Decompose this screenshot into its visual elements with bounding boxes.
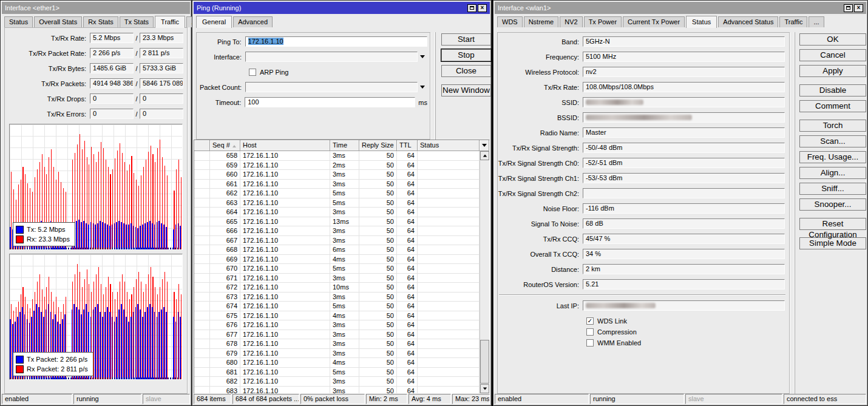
wds-link-checkbox[interactable]: ✓ (586, 317, 594, 325)
table-row[interactable]: 674172.16.1.105ms5064 (194, 302, 480, 311)
table-row[interactable]: 673172.16.1.103ms5064 (194, 293, 480, 302)
tab-advanced-status[interactable]: Advanced Status (718, 16, 778, 27)
scroll-up-icon[interactable] (480, 151, 489, 160)
tab-advanced[interactable]: Advanced (233, 16, 273, 27)
tab-tx-stats[interactable]: Tx Stats (120, 16, 154, 27)
legend-item: Tx: 5.2 Mbps (16, 225, 70, 234)
table-row[interactable]: 675172.16.1.104ms5064 (194, 311, 480, 321)
tab-overall-stats[interactable]: Overall Stats (34, 16, 82, 27)
ether1-titlebar[interactable]: Interface <ether1> (2, 2, 190, 14)
table-row[interactable]: 672172.16.1.1010ms5064 (194, 283, 480, 293)
column-header-time[interactable]: Time (330, 140, 359, 151)
rx-value-field: 0 (140, 93, 183, 104)
cancel-button[interactable]: Cancel (799, 49, 866, 61)
table-row[interactable]: 664172.16.1.103ms5064 (194, 208, 480, 217)
scroll-down-icon[interactable] (480, 384, 489, 393)
table-row[interactable]: 682172.16.1.103ms5064 (194, 377, 480, 387)
tab-current-tx-power[interactable]: Current Tx Power (623, 16, 685, 27)
table-row[interactable]: 679172.16.1.103ms5064 (194, 349, 480, 359)
apply-button[interactable]: Apply (799, 65, 866, 77)
legend-swatch (16, 226, 24, 234)
table-row[interactable]: 660172.16.1.103ms5064 (194, 170, 480, 180)
table-row[interactable]: 669172.16.1.104ms5064 (194, 255, 480, 265)
arp-ping-checkbox[interactable] (249, 69, 256, 76)
table-row[interactable]: 681172.16.1.105ms5064 (194, 368, 480, 377)
table-row[interactable]: 677172.16.1.103ms5064 (194, 330, 480, 340)
scrollbar-thumb[interactable] (480, 340, 489, 384)
tab-nstreme[interactable]: Nstreme (524, 16, 559, 27)
table-row[interactable]: 663172.16.1.105ms5064 (194, 198, 480, 208)
cell-status (418, 377, 480, 387)
table-row[interactable]: 658172.16.1.103ms5064 (194, 151, 480, 161)
table-row[interactable]: 670172.16.1.105ms5064 (194, 264, 480, 274)
cell-status (418, 161, 480, 171)
tab-tx-power[interactable]: Tx Power (584, 16, 622, 27)
torch-button[interactable]: Torch (799, 120, 866, 132)
interface-dropdown-arrow-icon[interactable] (420, 54, 425, 59)
column-header-ttl[interactable]: TTL (397, 140, 418, 151)
table-row[interactable]: 659172.16.1.102ms5064 (194, 161, 480, 171)
scan-button[interactable]: Scan... (799, 135, 866, 147)
table-row[interactable]: 683172.16.1.103ms5064 (194, 387, 480, 394)
table-row[interactable]: 678172.16.1.103ms5064 (194, 339, 480, 349)
table-row[interactable]: 668172.16.1.106ms5064 (194, 245, 480, 255)
table-row[interactable]: 665172.16.1.1013ms5064 (194, 217, 480, 227)
packet-count-dropdown[interactable] (245, 82, 418, 92)
table-row[interactable]: 661172.16.1.103ms5064 (194, 180, 480, 189)
tab-more[interactable]: ... (809, 16, 824, 27)
tab-general[interactable]: General (196, 16, 232, 28)
wmm-enabled-checkbox[interactable] (586, 339, 594, 347)
tab-rx-stats[interactable]: Rx Stats (83, 16, 118, 27)
ok-button[interactable]: OK (799, 33, 866, 46)
table-row[interactable]: 671172.16.1.103ms5064 (194, 274, 480, 283)
table-row[interactable]: 676172.16.1.103ms5064 (194, 320, 480, 330)
tab-status[interactable]: Status (4, 16, 33, 27)
ping-table-scrollbar[interactable] (480, 151, 489, 393)
field-row-radio-name: Radio Name:Master (498, 127, 787, 138)
freq-usage-button[interactable]: Freq. Usage... (799, 151, 866, 163)
field-value-bssid (583, 112, 785, 123)
tab-nv2[interactable]: NV2 (560, 16, 582, 27)
column-header-status[interactable]: Status (418, 140, 480, 151)
new-window-button[interactable]: New Window (441, 84, 491, 96)
maximize-icon[interactable] (467, 4, 476, 12)
tab-wds[interactable]: WDS (497, 16, 523, 27)
wlan1-titlebar[interactable]: Interface <wlan1> × (495, 2, 866, 14)
align-button[interactable]: Align... (799, 167, 866, 179)
comment-button[interactable]: Comment (799, 100, 866, 112)
cell-status (418, 226, 480, 236)
start-button[interactable]: Start (441, 33, 491, 46)
compression-checkbox[interactable] (586, 328, 594, 336)
ping-titlebar[interactable]: Ping (Running) × (194, 2, 490, 14)
column-filter-button[interactable] (480, 140, 489, 151)
cell-host: 172.16.1.10 (240, 180, 330, 189)
simple-mode-button[interactable]: Simple Mode (799, 237, 866, 249)
maximize-icon[interactable] (844, 4, 853, 12)
table-row[interactable]: 666172.16.1.103ms5064 (194, 226, 480, 236)
cell-reply-size: 50 (359, 198, 397, 208)
packet-count-dropdown-arrow-icon[interactable] (420, 84, 425, 90)
close-button[interactable]: Close (441, 65, 491, 77)
snooper-button[interactable]: Snooper... (799, 198, 866, 211)
table-row[interactable]: 662172.16.1.105ms5064 (194, 189, 480, 198)
interface-dropdown[interactable] (245, 52, 418, 62)
table-row[interactable]: 667172.16.1.103ms5064 (194, 236, 480, 246)
column-header-seq[interactable]: Seq # (210, 140, 240, 151)
field-row-overall-tx-ccq: Overall Tx CCQ:34 % (498, 249, 787, 259)
tab-traffic[interactable]: Traffic (779, 16, 807, 27)
close-icon[interactable]: × (478, 4, 487, 12)
column-header-reply-size[interactable]: Reply Size (359, 140, 397, 151)
field-value-tx-rx-signal-strength-ch1: -53/-53 dBm (583, 173, 785, 183)
close-icon[interactable]: × (854, 4, 863, 12)
sniff-button[interactable]: Sniff... (799, 183, 866, 195)
reset-configuration-button[interactable]: Reset Configuration (799, 218, 866, 230)
timeout-input[interactable]: 100 (245, 97, 415, 107)
tab-status[interactable]: Status (686, 16, 717, 28)
cell-reply-size: 50 (359, 283, 397, 293)
stop-button[interactable]: Stop (441, 49, 491, 61)
column-header-host[interactable]: Host (240, 140, 330, 151)
table-row[interactable]: 680172.16.1.104ms5064 (194, 358, 480, 368)
tab-traffic[interactable]: Traffic (155, 16, 185, 28)
ping-to-input[interactable]: 172.16.1.10 (245, 36, 427, 47)
disable-button[interactable]: Disable (799, 84, 866, 96)
